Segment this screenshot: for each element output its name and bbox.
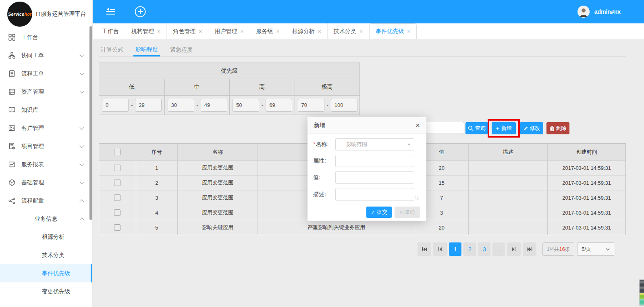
priority-low-max-input[interactable] xyxy=(135,99,162,112)
topbar-user: admin#nx xyxy=(578,0,621,23)
priority-medium-min-input[interactable] xyxy=(168,99,194,112)
sidebar-item-collab-orders[interactable]: 协同工单 xyxy=(0,46,92,65)
sidebar-item-process-orders[interactable]: 流程工单 xyxy=(0,65,92,83)
sidebar-item-assets[interactable]: 资产管理 xyxy=(0,83,92,101)
tab-close-icon[interactable]: × xyxy=(240,28,243,35)
chevron-down-icon xyxy=(79,143,84,148)
priority-high-max-input[interactable] xyxy=(266,99,292,112)
tab-close-icon[interactable]: × xyxy=(199,28,202,35)
sidebar-item-projects[interactable]: 项目管理 xyxy=(0,137,92,155)
tab-tech-category[interactable]: 技术分类× xyxy=(328,23,369,39)
row-checkbox[interactable] xyxy=(114,180,120,186)
sidebar-item-change-priority[interactable]: 变更优先级 xyxy=(0,282,92,301)
priority-level-label: 高 xyxy=(230,79,295,96)
page-size-select[interactable]: 5/页 xyxy=(577,242,614,256)
priority-medium-max-input[interactable] xyxy=(201,99,227,112)
priority-low-min-input[interactable] xyxy=(102,99,129,112)
subtab-label: 影响程度 xyxy=(135,46,158,53)
sidebar-item-knowledge-base[interactable]: 知识库 xyxy=(0,101,92,119)
tab-service-group[interactable]: 服务组× xyxy=(250,23,286,39)
subtab-label: 计算公式 xyxy=(101,46,123,54)
dialog-header: 新增 × xyxy=(307,117,426,134)
delete-button[interactable]: 删除 xyxy=(546,122,569,134)
add-circle-icon[interactable] xyxy=(134,6,146,18)
cell-created: 2017-03-01 14:59:31 xyxy=(548,205,625,220)
tab-close-icon[interactable]: × xyxy=(157,28,160,35)
sidebar-item-label: 业务信息 xyxy=(35,215,57,223)
tab-org-management[interactable]: 机构管理× xyxy=(125,23,167,39)
sidebar-item-base-management[interactable]: 基础管理 xyxy=(0,173,92,192)
page-button-2[interactable]: 2 xyxy=(463,242,476,256)
submit-label: 提交 xyxy=(377,209,387,216)
sidebar-item-root-cause[interactable]: 根源分析 xyxy=(0,228,92,246)
tab-root-cause[interactable]: 根源分析× xyxy=(286,23,328,39)
row-checkbox[interactable] xyxy=(114,165,120,171)
priority-critical-max-input[interactable] xyxy=(331,99,357,112)
tab-role-management[interactable]: 角色管理× xyxy=(167,23,208,39)
page-button-3[interactable]: 3 xyxy=(478,242,490,256)
page-button-more[interactable]: .. xyxy=(492,242,505,256)
priority-critical-min-input[interactable] xyxy=(298,99,324,112)
sidebar-item-business-info[interactable]: 业务信息 xyxy=(0,210,92,228)
customer-card-icon xyxy=(8,125,15,132)
table-row[interactable]: 5 影响关键应用 严重影响到关键业务应用 20 2017-03-01 14:59… xyxy=(99,220,625,235)
tab-close-icon[interactable]: × xyxy=(276,28,280,35)
sidebar-item-label: 根源分析 xyxy=(42,234,64,241)
sidebar-item-workbench[interactable]: 工作台 xyxy=(0,28,92,46)
next-page-button[interactable] xyxy=(507,242,521,256)
first-page-button[interactable] xyxy=(418,242,431,256)
row-checkbox[interactable] xyxy=(114,209,120,216)
cancel-button[interactable]: ×取消 xyxy=(395,207,420,218)
tab-close-icon[interactable]: × xyxy=(407,28,410,35)
name-select[interactable]: 影响范围 ▼ xyxy=(335,138,414,150)
brand-logo: Servicehot xyxy=(7,2,32,27)
tab-label: 技术分类 xyxy=(334,28,356,35)
header-created: 创建时间 xyxy=(548,144,625,160)
sidebar-item-customers[interactable]: 客户管理 xyxy=(0,119,92,137)
sidebar-item-tech-category[interactable]: 技术分类 xyxy=(0,246,92,264)
subtab-impact[interactable]: 影响程度 xyxy=(133,44,160,56)
tab-workbench[interactable]: 工作台 xyxy=(96,23,125,39)
sidebar-scrollbar-thumb[interactable] xyxy=(89,26,92,220)
value-input[interactable] xyxy=(335,171,414,184)
subtab-formula[interactable]: 计算公式 xyxy=(99,44,125,56)
sidebar-item-service-reports[interactable]: 服务报表 xyxy=(0,155,92,173)
cell-desc xyxy=(469,220,548,235)
tab-user-management[interactable]: 用户管理× xyxy=(208,23,250,39)
tab-incident-priority[interactable]: 事件优先级× xyxy=(369,23,417,39)
chevron-up-icon xyxy=(79,217,84,222)
cell-attr: 严重影响到关键业务应用 xyxy=(258,220,415,235)
pagination: 1 2 3 .. 1/4共16条 5/页 xyxy=(418,242,614,256)
last-page-icon xyxy=(527,247,532,252)
priority-grid-title: 优先级 xyxy=(99,63,359,79)
username[interactable]: admin#nx xyxy=(594,8,621,15)
required-mark: * xyxy=(313,141,315,147)
close-icon[interactable]: × xyxy=(415,121,420,129)
priority-high-min-input[interactable] xyxy=(233,99,259,112)
add-button[interactable]: + 新增 xyxy=(492,122,516,134)
sidebar-item-process-config[interactable]: 流程配置 xyxy=(0,192,92,210)
priority-col-high: 高 - xyxy=(229,79,295,115)
tab-close-icon[interactable]: × xyxy=(359,28,363,35)
query-button[interactable]: 查询 xyxy=(465,122,488,134)
collapse-sidebar-icon[interactable] xyxy=(106,8,116,16)
select-dropdown-icon: ▼ xyxy=(407,143,411,146)
edit-button[interactable]: 修改 xyxy=(520,122,543,134)
submit-button[interactable]: ✓提交 xyxy=(366,207,392,218)
last-page-button[interactable] xyxy=(523,242,536,256)
select-all-checkbox[interactable] xyxy=(114,149,120,155)
layers-icon xyxy=(8,88,15,96)
tab-close-icon[interactable]: × xyxy=(318,28,321,35)
page-button-1[interactable]: 1 xyxy=(449,242,461,256)
priority-col-critical: 极高 - xyxy=(295,79,360,115)
sidebar-item-incident-priority[interactable]: 事件优先级 xyxy=(0,264,92,282)
desc-textarea[interactable] xyxy=(335,188,414,201)
row-checkbox[interactable] xyxy=(114,224,120,231)
row-checkbox[interactable] xyxy=(114,194,120,201)
prev-page-button[interactable] xyxy=(433,242,447,256)
cell-seq: 1 xyxy=(136,161,178,175)
subtab-urgency[interactable]: 紧急程度 xyxy=(168,44,195,56)
avatar[interactable] xyxy=(578,6,590,18)
chevron-down-icon xyxy=(79,180,84,184)
attr-input[interactable] xyxy=(335,155,414,167)
